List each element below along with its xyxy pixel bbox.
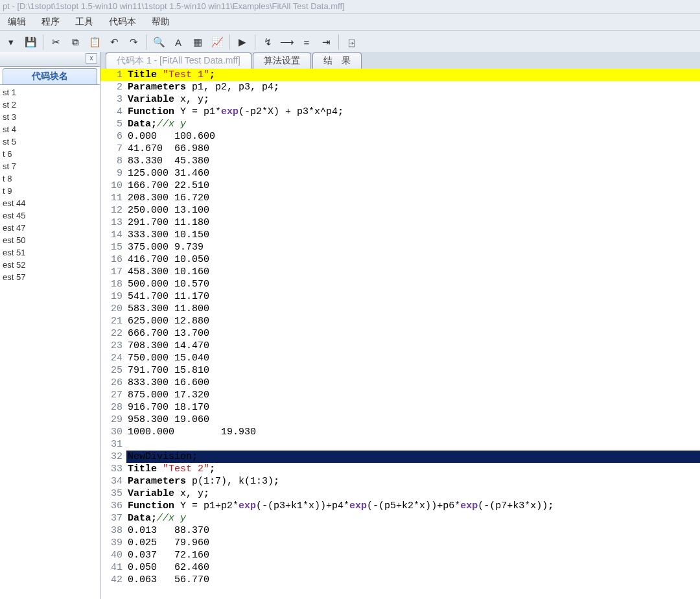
sidebar-item[interactable]: t 6 xyxy=(0,148,100,160)
code-content: 250.000 13.100 xyxy=(126,204,209,217)
code-line[interactable]: 35Variable x, y; xyxy=(100,487,700,500)
editor-tabs: 代码本 1 - [FitAll Test Data.mff]算法设置结 果 xyxy=(100,52,700,69)
line-number: 22 xyxy=(100,327,126,340)
code-line[interactable]: 301000.000 19.930 xyxy=(100,426,700,438)
code-line[interactable]: 23708.300 14.470 xyxy=(100,340,700,352)
menu-程序[interactable]: 程序 xyxy=(34,16,67,28)
code-line[interactable]: 12250.000 13.100 xyxy=(100,204,700,217)
line-number: 11 xyxy=(100,192,126,204)
sidebar-item[interactable]: est 51 xyxy=(0,246,100,259)
sidebar-item[interactable]: t 9 xyxy=(0,185,100,197)
code-line[interactable]: 22666.700 13.700 xyxy=(100,327,700,340)
equals-icon[interactable]: = xyxy=(298,33,316,51)
sidebar-item[interactable]: t 8 xyxy=(0,172,100,185)
tab-1[interactable]: 算法设置 xyxy=(253,53,311,69)
code-line[interactable]: 20583.300 11.800 xyxy=(100,303,700,315)
menu-编辑[interactable]: 编辑 xyxy=(0,16,34,28)
code-line[interactable]: 14333.300 10.150 xyxy=(100,229,700,241)
code-line[interactable]: 26833.300 16.600 xyxy=(100,377,700,389)
paste-icon[interactable]: 📋 xyxy=(86,33,104,51)
code-line[interactable]: 16416.700 10.050 xyxy=(100,253,700,266)
sidebar-item[interactable]: est 52 xyxy=(0,259,100,271)
tab-0[interactable]: 代码本 1 - [FitAll Test Data.mff] xyxy=(106,53,251,69)
run-icon[interactable]: ▶ xyxy=(233,33,251,51)
copy-icon[interactable]: ⧉ xyxy=(66,33,84,51)
line-number: 26 xyxy=(100,377,126,389)
code-line[interactable]: 3Variable x, y; xyxy=(100,93,700,106)
code-line[interactable]: 883.330 45.380 xyxy=(100,155,700,167)
code-line[interactable]: 380.013 88.370 xyxy=(100,524,700,537)
redo-icon[interactable]: ↷ xyxy=(124,33,143,51)
code-line[interactable]: 33Title "Test 2"; xyxy=(100,463,700,475)
line-number: 38 xyxy=(100,524,126,537)
code-line[interactable]: 5Data;//x y xyxy=(100,118,700,130)
code-line[interactable]: 13291.700 11.180 xyxy=(100,217,700,229)
code-line[interactable]: 10166.700 22.510 xyxy=(100,180,700,192)
code-line[interactable]: 25791.700 15.810 xyxy=(100,364,700,377)
sidebar-close-button[interactable]: x xyxy=(86,53,97,64)
code-line[interactable]: 19541.700 11.170 xyxy=(100,290,700,303)
code-line[interactable]: 17458.300 10.160 xyxy=(100,266,700,278)
code-line[interactable]: 2Parameters p1, p2, p3, p4; xyxy=(100,81,700,93)
exit-icon[interactable]: ⍈ xyxy=(342,33,360,51)
sidebar-item[interactable]: est 47 xyxy=(0,222,100,234)
chart-icon[interactable]: 📈 xyxy=(208,33,226,51)
wand-icon[interactable]: ↯ xyxy=(259,33,277,51)
save-icon[interactable]: 💾 xyxy=(21,33,40,51)
code-line[interactable]: 9125.000 31.460 xyxy=(100,167,700,180)
code-line[interactable]: 36Function Y = p1+p2*exp(-(p3+k1*x))+p4*… xyxy=(100,500,700,512)
code-line[interactable]: 11208.300 16.720 xyxy=(100,192,700,204)
code-line[interactable]: 24750.000 15.040 xyxy=(100,352,700,364)
code-line[interactable]: 27875.000 17.320 xyxy=(100,389,700,401)
code-line[interactable]: 420.063 56.770 xyxy=(100,574,700,586)
code-line[interactable]: 400.037 72.160 xyxy=(100,549,700,561)
step-icon[interactable]: ⟶ xyxy=(278,33,296,51)
code-line[interactable]: 4Function Y = p1*exp(-p2*X) + p3*x^p4; xyxy=(100,106,700,118)
sidebar-item[interactable]: st 2 xyxy=(0,99,100,111)
sidebar-item[interactable]: st 3 xyxy=(0,111,100,123)
code-line[interactable]: 21625.000 12.880 xyxy=(100,315,700,327)
code-line[interactable]: 410.050 62.460 xyxy=(100,561,700,574)
code-content: 833.300 16.600 xyxy=(126,377,209,389)
sidebar-item[interactable]: st 7 xyxy=(0,160,100,172)
find-next-icon[interactable]: A xyxy=(169,33,187,51)
sidebar-item[interactable]: st 1 xyxy=(0,86,100,99)
code-line[interactable]: 32NewDivision; xyxy=(100,451,700,463)
advance-icon[interactable]: ⇥ xyxy=(317,33,335,51)
code-line[interactable]: 18500.000 10.570 xyxy=(100,278,700,290)
code-line[interactable]: 28916.700 18.170 xyxy=(100,401,700,414)
code-line[interactable]: 390.025 79.960 xyxy=(100,537,700,549)
code-editor[interactable]: 1Title "Test 1";2Parameters p1, p2, p3, … xyxy=(100,69,700,599)
code-line[interactable]: 1Title "Test 1"; xyxy=(100,69,700,81)
undo-icon[interactable]: ↶ xyxy=(105,33,123,51)
sidebar-item[interactable]: est 50 xyxy=(0,234,100,246)
code-content: 416.700 10.050 xyxy=(126,253,209,266)
cut-icon[interactable]: ✂ xyxy=(47,33,65,51)
code-line[interactable]: 741.670 66.980 xyxy=(100,143,700,155)
line-number: 41 xyxy=(100,561,126,574)
tab-2[interactable]: 结 果 xyxy=(312,53,362,69)
sidebar-item[interactable]: est 57 xyxy=(0,271,100,283)
code-content: Title "Test 2"; xyxy=(126,463,215,475)
line-number: 27 xyxy=(100,389,126,401)
code-line[interactable]: 31 xyxy=(100,438,700,451)
new-dropdown-icon[interactable]: ▾ xyxy=(2,33,20,51)
menu-工具[interactable]: 工具 xyxy=(67,16,101,28)
code-line[interactable]: 34Parameters p(1:7), k(1:3); xyxy=(100,475,700,487)
menu-代码本[interactable]: 代码本 xyxy=(101,16,144,28)
sidebar-tree[interactable]: st 1st 2st 3st 4st 5t 6st 7t 8t 9est 44e… xyxy=(0,84,100,599)
sidebar-tab-codeblocks[interactable]: 代码块名 xyxy=(3,68,97,84)
code-line[interactable]: 15375.000 9.739 xyxy=(100,241,700,253)
code-line[interactable]: 29958.300 19.060 xyxy=(100,414,700,426)
sheet-icon[interactable]: ▦ xyxy=(189,33,207,51)
sidebar-item[interactable]: st 4 xyxy=(0,123,100,135)
code-content: 750.000 15.040 xyxy=(126,352,209,364)
line-number: 14 xyxy=(100,229,126,241)
code-line[interactable]: 60.000 100.600 xyxy=(100,130,700,143)
code-line[interactable]: 37Data;//x y xyxy=(100,512,700,524)
sidebar-item[interactable]: est 45 xyxy=(0,209,100,222)
sidebar-item[interactable]: st 5 xyxy=(0,135,100,148)
find-icon[interactable]: 🔍 xyxy=(150,33,168,51)
sidebar-item[interactable]: est 44 xyxy=(0,197,100,209)
menu-帮助[interactable]: 帮助 xyxy=(144,16,178,28)
